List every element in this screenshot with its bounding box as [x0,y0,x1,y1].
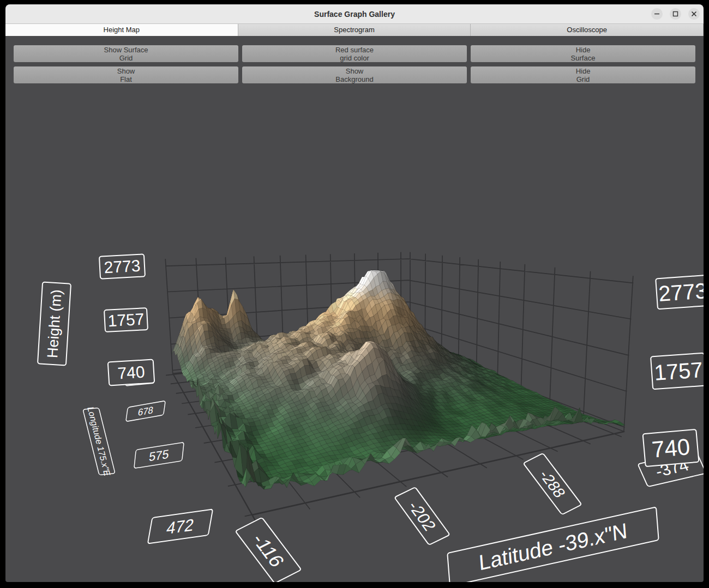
svg-text:2773: 2773 [104,257,141,276]
svg-text:1757: 1757 [653,357,704,385]
svg-text:2773: 2773 [658,278,704,306]
svg-text:Latitude -39.x"N: Latitude -39.x"N [478,519,628,575]
svg-text:1757: 1757 [107,310,145,330]
svg-text:740: 740 [117,363,146,383]
svg-text:740: 740 [651,434,691,463]
